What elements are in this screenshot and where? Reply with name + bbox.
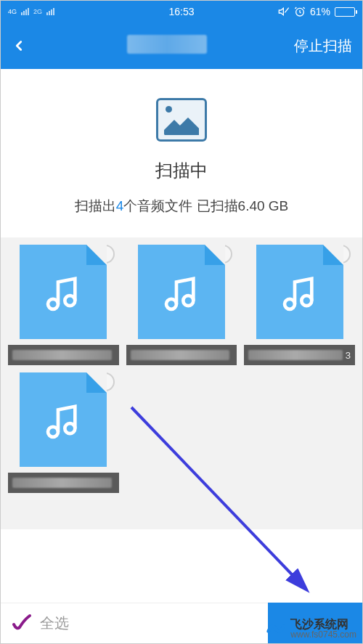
svg-point-9 bbox=[65, 423, 76, 433]
battery-percent: 61% bbox=[310, 6, 330, 17]
status-bar: 4G 2G 16:53 61% bbox=[1, 1, 362, 23]
svg-point-7 bbox=[301, 295, 311, 306]
watermark-url: www.fs0745.com bbox=[290, 630, 356, 639]
watermark: 飞沙系统网 www.fs0745.com bbox=[266, 619, 356, 639]
app-title-blurred bbox=[127, 35, 207, 54]
svg-point-6 bbox=[285, 299, 295, 309]
app-bar: 停止扫描 bbox=[1, 23, 362, 69]
file-name-label bbox=[126, 345, 237, 365]
music-note-icon bbox=[161, 274, 202, 314]
select-all-toggle[interactable]: 全选 bbox=[11, 613, 69, 635]
music-note-icon bbox=[280, 274, 320, 314]
signal-bars-1 bbox=[21, 8, 29, 15]
audio-file-icon bbox=[256, 245, 343, 339]
file-tile[interactable] bbox=[126, 245, 237, 365]
back-button[interactable] bbox=[11, 33, 40, 58]
battery-icon bbox=[335, 7, 355, 17]
file-name-label: 3 bbox=[244, 345, 355, 365]
svg-point-4 bbox=[166, 299, 176, 309]
scan-status-panel: 扫描中 扫描出4个音频文件 已扫描6.40 GB bbox=[1, 69, 362, 237]
alarm-icon bbox=[294, 6, 306, 17]
file-grid: 3 bbox=[1, 237, 362, 529]
audio-file-icon bbox=[20, 245, 107, 339]
svg-point-8 bbox=[48, 427, 58, 437]
no-sound-icon bbox=[278, 6, 290, 17]
file-tile[interactable] bbox=[8, 245, 119, 365]
scan-size: 6.40 GB bbox=[238, 198, 289, 213]
file-tile[interactable] bbox=[8, 372, 119, 493]
signal-bars-2 bbox=[46, 8, 54, 15]
file-name-label bbox=[8, 345, 119, 365]
music-note-icon bbox=[43, 274, 83, 314]
network-2g: 2G bbox=[33, 8, 42, 15]
svg-point-3 bbox=[65, 295, 76, 306]
audio-file-icon bbox=[138, 245, 225, 339]
scan-status-title: 扫描中 bbox=[15, 159, 348, 182]
app-title bbox=[40, 35, 294, 57]
chevron-left-icon bbox=[11, 33, 27, 58]
watermark-name: 飞沙系统网 bbox=[290, 619, 356, 630]
network-4g: 4G bbox=[8, 8, 17, 15]
status-time: 16:53 bbox=[123, 6, 239, 17]
watermark-logo-icon bbox=[266, 619, 286, 639]
stop-scan-button[interactable]: 停止扫描 bbox=[294, 36, 352, 56]
file-tile[interactable]: 3 bbox=[244, 245, 355, 365]
audio-file-icon bbox=[20, 372, 107, 467]
checkmark-icon bbox=[11, 613, 33, 635]
svg-line-0 bbox=[285, 8, 288, 13]
svg-point-5 bbox=[183, 295, 193, 306]
scan-summary: 扫描出4个音频文件 已扫描6.40 GB bbox=[15, 197, 348, 216]
scan-count: 4 bbox=[116, 198, 124, 213]
image-placeholder-icon bbox=[156, 98, 207, 142]
music-note-icon bbox=[43, 402, 83, 442]
select-all-label: 全选 bbox=[40, 614, 69, 633]
svg-point-2 bbox=[48, 299, 58, 309]
file-name-label bbox=[8, 473, 119, 493]
